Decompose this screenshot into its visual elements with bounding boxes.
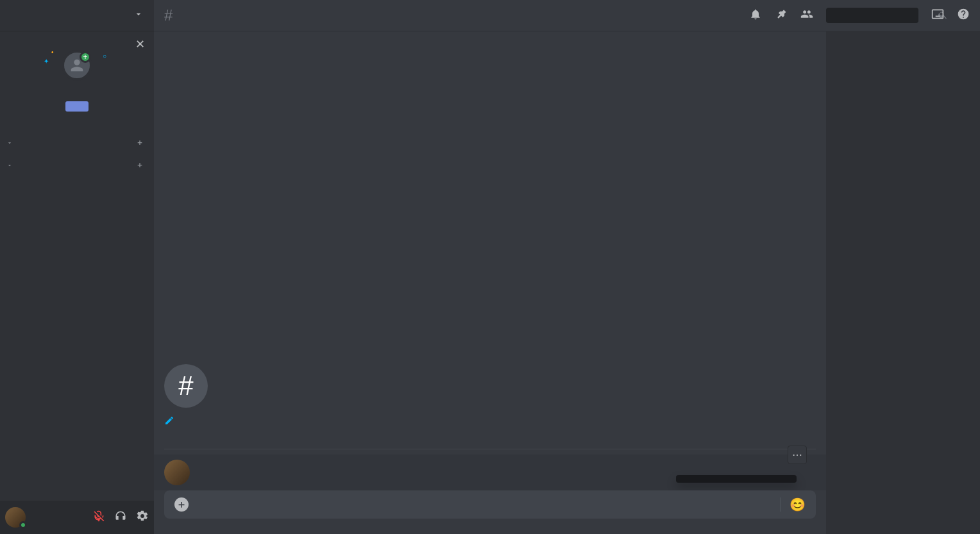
messages-area: # xyxy=(154,31,826,534)
self-avatar[interactable] xyxy=(5,507,26,528)
channel-header: # xyxy=(154,0,980,31)
user-panel xyxy=(0,501,154,534)
divider xyxy=(164,449,816,449)
category-text-channels[interactable]: ＋ xyxy=(5,127,149,149)
main-area: # # xyxy=(154,0,980,534)
member-list-icon[interactable] xyxy=(800,8,813,23)
member-list xyxy=(826,31,980,534)
message-context-menu xyxy=(676,475,797,483)
notifications-icon[interactable] xyxy=(749,8,762,23)
mute-icon[interactable] xyxy=(92,510,105,525)
inbox-icon[interactable] xyxy=(931,8,944,23)
message: ⋯ xyxy=(154,455,826,490)
server-header[interactable] xyxy=(0,0,154,31)
message-scroller[interactable]: # xyxy=(154,31,826,490)
divider xyxy=(780,497,781,512)
search-input[interactable] xyxy=(830,11,938,21)
settings-icon[interactable] xyxy=(136,510,149,525)
message-more-button[interactable]: ⋯ xyxy=(788,446,807,464)
message-compose: ＋ 😊 xyxy=(164,490,816,519)
member-group-online xyxy=(831,41,975,51)
member-group-offline xyxy=(831,51,975,62)
welcome-block: # xyxy=(164,364,816,426)
add-channel-icon[interactable]: ＋ xyxy=(136,137,144,148)
edit-channel-link[interactable] xyxy=(164,415,816,426)
invite-panel: ✕ ✦ • ○ + xyxy=(0,31,154,122)
pinned-icon[interactable] xyxy=(775,8,788,23)
category-voice-channels[interactable]: ＋ xyxy=(5,149,149,172)
search-box[interactable] xyxy=(826,8,918,23)
hash-icon: # xyxy=(164,6,173,24)
chevron-down-icon xyxy=(133,9,144,22)
help-icon[interactable] xyxy=(957,8,970,23)
message-avatar[interactable] xyxy=(164,460,190,485)
channel-list: ＋ ＋ xyxy=(0,122,154,501)
deafen-icon[interactable] xyxy=(114,510,127,525)
emoji-picker-button[interactable]: 😊 xyxy=(790,497,806,512)
invite-people-button[interactable] xyxy=(65,101,89,112)
message-input[interactable] xyxy=(198,499,771,510)
attach-button[interactable]: ＋ xyxy=(174,497,189,512)
add-channel-icon[interactable]: ＋ xyxy=(136,160,144,171)
hash-icon: # xyxy=(164,364,208,408)
invite-illustration: ✦ • ○ + xyxy=(58,46,96,85)
server-sidebar: ✕ ✦ • ○ + ＋ ＋ xyxy=(0,0,154,534)
close-icon[interactable]: ✕ xyxy=(135,37,145,51)
plus-icon: + xyxy=(80,51,91,63)
